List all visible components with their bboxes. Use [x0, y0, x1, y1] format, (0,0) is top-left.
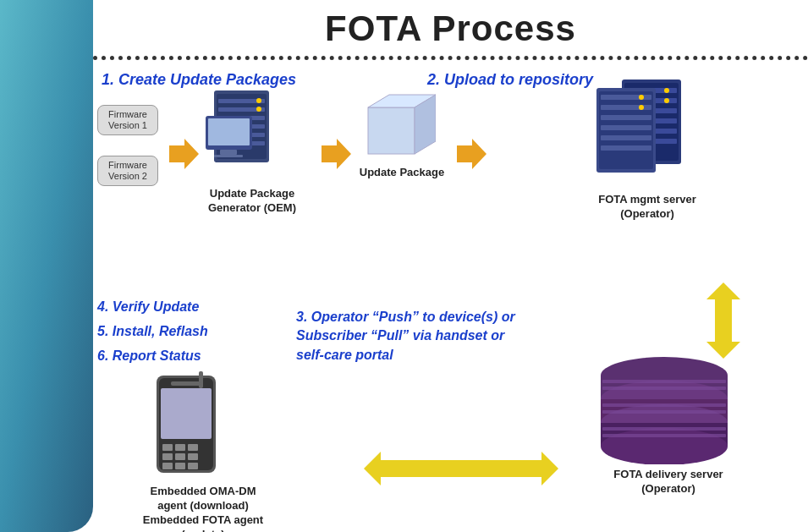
fota-delivery-server-area: FOTA delivery server (Operator)	[592, 354, 745, 496]
arrow-fw-to-computer	[169, 139, 199, 173]
fota-mgmt-server-label: FOTA mgmt server (Operator)	[575, 193, 719, 222]
svg-rect-64	[175, 463, 185, 469]
firmware-v1-box: Firmware Version 1	[97, 105, 158, 135]
step4-label: 4. Verify Update	[97, 295, 208, 320]
svg-rect-51	[602, 410, 726, 414]
computer-label: Update Package Generator (OEM)	[201, 187, 303, 216]
svg-rect-56	[161, 388, 212, 439]
svg-rect-49	[602, 387, 726, 390]
fota-mgmt-server-area: FOTA mgmt server (Operator)	[575, 80, 719, 222]
svg-rect-63	[162, 463, 173, 469]
svg-marker-68	[364, 452, 558, 485]
svg-point-47	[601, 428, 728, 464]
svg-point-9	[256, 98, 261, 103]
svg-rect-59	[188, 444, 198, 451]
svg-rect-34	[601, 115, 651, 120]
update-package-area: Update Package	[351, 90, 453, 180]
svg-point-39	[639, 105, 644, 110]
step2-label: 2. Upload to repository	[427, 71, 593, 89]
package-label: Update Package	[351, 166, 453, 180]
phone-label: Embedded OMA-DM agent (download) Embedde…	[135, 485, 271, 532]
svg-rect-36	[601, 135, 651, 140]
svg-rect-53	[602, 434, 726, 437]
svg-marker-0	[169, 139, 199, 169]
phone-icon-area: Embedded OMA-DM agent (download) Embedde…	[135, 371, 271, 532]
step1-label: 1. Create Update Packages	[102, 71, 296, 89]
svg-point-29	[664, 98, 669, 103]
arrow-package-to-server	[457, 139, 486, 173]
arrow-computer-to-package	[322, 139, 351, 173]
svg-rect-35	[601, 125, 651, 130]
arrow-horizontal-double	[364, 447, 558, 493]
svg-rect-16	[368, 107, 415, 154]
main-content: FOTA Process 1. Create Update Packages 2…	[93, 0, 808, 532]
svg-rect-62	[188, 453, 198, 460]
svg-rect-60	[162, 453, 173, 460]
fota-delivery-server-label: FOTA delivery server (Operator)	[592, 468, 745, 496]
svg-rect-67	[171, 381, 201, 386]
content-area: 1. Create Update Packages 2. Upload to r…	[93, 67, 808, 532]
svg-rect-13	[220, 150, 237, 155]
svg-point-10	[256, 107, 261, 112]
firmware-v2-box: Firmware Version 2	[97, 156, 158, 186]
svg-rect-37	[601, 145, 651, 151]
computer-icon-area: Update Package Generator (OEM)	[201, 90, 303, 216]
arrow-vertical-double	[702, 282, 745, 362]
svg-rect-48	[602, 380, 726, 383]
steps-456: 4. Verify Update 5. Install, Reflash 6. …	[97, 295, 208, 368]
svg-rect-12	[208, 118, 250, 145]
svg-rect-61	[175, 453, 185, 460]
step5-label: 5. Install, Reflash	[97, 320, 208, 344]
sidebar	[0, 0, 93, 532]
step3-label: 3. Operator “Push” to device(s) or Subsc…	[296, 308, 558, 365]
separator	[93, 56, 808, 60]
svg-rect-14	[214, 155, 243, 157]
svg-marker-40	[706, 282, 740, 359]
svg-point-38	[639, 95, 644, 100]
page-title: FOTA Process	[93, 0, 808, 49]
svg-rect-58	[175, 444, 185, 451]
svg-marker-19	[457, 139, 486, 169]
svg-rect-52	[602, 427, 726, 431]
svg-rect-65	[188, 463, 198, 469]
step6-label: 6. Report Status	[97, 344, 208, 369]
svg-rect-57	[162, 444, 173, 451]
svg-marker-15	[322, 139, 351, 169]
svg-rect-50	[602, 403, 726, 407]
svg-point-28	[664, 88, 669, 93]
